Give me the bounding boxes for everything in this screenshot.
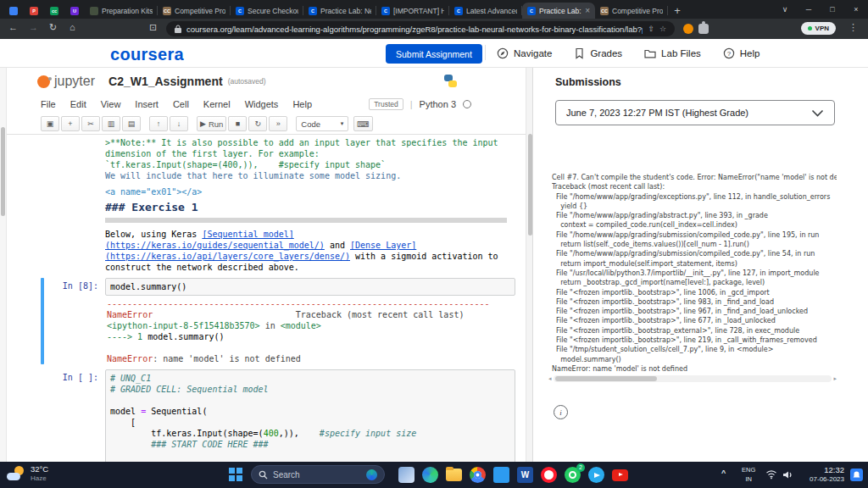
tab-close-icon[interactable]: × xyxy=(585,7,590,15)
browser-tab[interactable]: CPractice Lab: N× xyxy=(522,3,595,19)
maximize-button[interactable]: □ xyxy=(821,0,844,19)
url-bar[interactable]: coursera.org/learn/advanced-learning-alg… xyxy=(166,21,675,36)
coursera-logo[interactable]: coursera xyxy=(110,45,184,64)
menu-widgets[interactable]: Widgets xyxy=(245,99,279,109)
opera-icon[interactable] xyxy=(541,467,557,483)
scroll-left-icon[interactable]: ◂ xyxy=(548,375,552,382)
language-indicator[interactable]: ENG IN xyxy=(742,465,755,484)
notebook-title[interactable]: C2_W1_Assignment xyxy=(108,75,223,88)
copy-cell-button[interactable]: ▥ xyxy=(102,116,120,131)
menu-view[interactable]: View xyxy=(101,99,121,109)
share-icon[interactable]: ⇧ xyxy=(648,25,654,33)
browser-menu-icon[interactable]: ⋮ xyxy=(849,22,858,33)
taskbar-search[interactable]: Search xyxy=(251,465,385,484)
menu-cell[interactable]: Cell xyxy=(173,99,189,109)
task-view-icon[interactable] xyxy=(398,467,415,483)
scroll-right-icon[interactable]: ▸ xyxy=(833,375,837,382)
restart-run-all-button[interactable]: » xyxy=(269,116,287,131)
browser-tab[interactable]: CCCompetitive Progr xyxy=(158,3,231,19)
vscode-icon[interactable] xyxy=(493,467,509,483)
weather-widget[interactable]: 32°C Haze xyxy=(7,464,48,483)
extension-icon[interactable] xyxy=(683,24,693,34)
nav-help[interactable]: ? Help xyxy=(723,47,760,59)
save-button[interactable]: ▣ xyxy=(41,116,59,131)
menu-kernel[interactable]: Kernel xyxy=(203,99,231,109)
back-icon[interactable]: ← xyxy=(8,22,18,32)
new-tab-button[interactable]: + xyxy=(668,3,687,19)
minimize-button[interactable]: ─ xyxy=(797,0,821,19)
telegram-icon[interactable] xyxy=(588,467,604,483)
home-icon[interactable]: ⌂ xyxy=(70,22,75,32)
browser-tab[interactable]: C[IMPORTANT] Hav xyxy=(376,3,449,19)
side-panel-icon[interactable]: ⊡ xyxy=(149,22,157,33)
horizontal-scrollbar[interactable]: ◂ ▸ xyxy=(548,374,837,383)
markdown-cell-exercise[interactable]: <a name="ex01"></a> ### Exercise 1 Below… xyxy=(36,186,526,273)
youtube-icon[interactable] xyxy=(612,467,628,483)
move-cell-down-button[interactable]: ↓ xyxy=(170,116,188,131)
menu-file[interactable]: File xyxy=(41,99,56,109)
traceback-line: File "<frozen importlib._bootstrap>", li… xyxy=(552,288,837,297)
nav-grades[interactable]: Grades xyxy=(574,47,622,59)
scrollbar-thumb[interactable] xyxy=(555,376,657,381)
move-cell-up-button[interactable]: ↑ xyxy=(149,116,168,131)
scrollbar-track[interactable] xyxy=(554,375,832,382)
notebook-scrollbar[interactable] xyxy=(0,68,7,462)
restart-kernel-button[interactable]: ↻ xyxy=(248,116,267,131)
interrupt-kernel-button[interactable]: ■ xyxy=(228,116,247,131)
forward-icon[interactable]: → xyxy=(29,22,38,32)
submit-assignment-button[interactable]: Submit Assignment xyxy=(386,44,482,64)
menu-help[interactable]: Help xyxy=(292,99,312,109)
code-input[interactable]: # UNQ_C1# GRADED CELL: Sequential model … xyxy=(105,369,515,462)
insert-cell-button[interactable]: + xyxy=(61,116,80,131)
page-scrollbar[interactable] xyxy=(526,68,532,462)
code-input[interactable]: model.summary() xyxy=(105,278,515,296)
reload-icon[interactable]: ↻ xyxy=(49,22,57,33)
pinned-tab-app[interactable] xyxy=(3,3,24,19)
telegram-icon xyxy=(588,467,604,483)
browser-tab[interactable]: Preparation Kits | I xyxy=(85,3,158,19)
submission-dropdown[interactable]: June 7, 2023 12:27 PM IST (Highest Grade… xyxy=(555,100,835,125)
chrome-icon[interactable] xyxy=(470,467,486,483)
wifi-icon[interactable] xyxy=(765,469,777,480)
vpn-badge[interactable]: VPN xyxy=(801,22,836,35)
volume-icon[interactable] xyxy=(782,470,793,480)
start-button[interactable] xyxy=(229,468,242,481)
code-token: ----------------------------------------… xyxy=(107,299,490,308)
cut-cell-button[interactable]: ✂ xyxy=(81,116,100,131)
tab-search-icon[interactable]: ∨ xyxy=(773,0,797,19)
close-button[interactable]: × xyxy=(844,0,868,19)
pinned-tab-p[interactable]: P xyxy=(24,3,44,19)
menu-insert[interactable]: Insert xyxy=(135,99,159,109)
code-cell-8[interactable]: In [8]: model.summary() ----------------… xyxy=(36,278,526,364)
bookmark-star-icon[interactable]: ☆ xyxy=(659,25,666,33)
browser-tab[interactable]: CSecure Checkout xyxy=(231,3,303,19)
nav-lab-files[interactable]: Lab Files xyxy=(644,48,701,58)
run-button[interactable]: ▶Run xyxy=(197,116,226,131)
browser-tab[interactable]: CCCompetitive Progr xyxy=(595,3,668,19)
extensions-puzzle-icon[interactable] xyxy=(698,24,709,34)
menu-edit[interactable]: Edit xyxy=(70,99,86,109)
markdown-cell-note[interactable]: >**Note:** It is also possible to add an… xyxy=(36,137,526,181)
whatsapp-icon[interactable]: 2 xyxy=(565,467,581,483)
command-palette-button[interactable]: ⌨ xyxy=(353,116,372,131)
browser-tab[interactable]: CLatest Advanced L xyxy=(449,3,522,19)
pinned-tab-cc[interactable]: cc xyxy=(44,3,64,19)
browser-tab[interactable]: CPractice Lab: Neur xyxy=(303,3,376,19)
edge-icon[interactable] xyxy=(422,467,438,483)
code-cell-graded[interactable]: In [ ]: # UNQ_C1# GRADED CELL: Sequentia… xyxy=(36,369,526,462)
cell-type-select[interactable]: Code ▾ xyxy=(296,116,348,131)
traceback-line: File "<frozen importlib._bootstrap_exter… xyxy=(552,326,837,336)
file-explorer-icon[interactable] xyxy=(446,467,462,483)
tray-expand-icon[interactable]: ^ xyxy=(721,469,726,477)
word-icon[interactable]: W xyxy=(517,467,533,483)
code-line: (https://keras.io/api/layers/core_layers… xyxy=(105,251,515,262)
info-icon[interactable]: i xyxy=(554,405,568,419)
submission-dropdown-value: June 7, 2023 12:27 PM IST (Highest Grade… xyxy=(566,108,748,118)
jupyter-brand[interactable]: jupyter xyxy=(54,74,95,89)
notification-icon[interactable] xyxy=(850,469,863,481)
pinned-tab-u[interactable]: U xyxy=(64,3,85,19)
nav-navigate[interactable]: Navigate xyxy=(497,47,552,59)
paste-cell-button[interactable]: ▤ xyxy=(122,116,141,131)
taskbar-clock[interactable]: 12:32 07-06-2023 xyxy=(810,465,844,484)
kernel-name[interactable]: Python 3 xyxy=(420,99,456,109)
